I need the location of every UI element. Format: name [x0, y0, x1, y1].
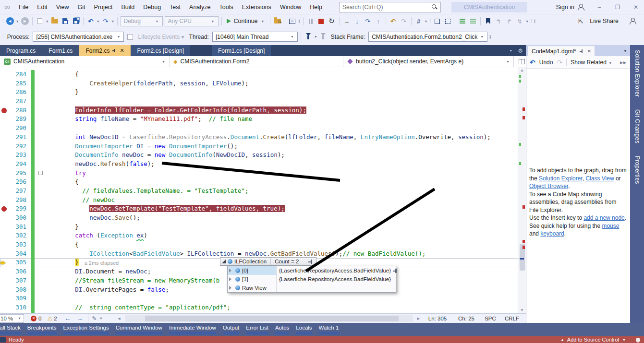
add-to-source-control-button[interactable]: Add to Source Control — [567, 337, 619, 343]
bottom-tab-breakpoints[interactable]: Breakpoints — [27, 325, 57, 334]
hscroll-right-icon[interactable]: ► — [415, 316, 422, 321]
code-map-link[interactable]: add a new node — [583, 214, 624, 221]
restart-button[interactable]: ↻ — [327, 16, 337, 26]
filter-threads-icon[interactable] — [303, 32, 314, 42]
menu-debug[interactable]: Debug — [139, 2, 165, 12]
bottom-tab-locals[interactable]: Locals — [296, 325, 312, 334]
hscroll-left-icon[interactable]: ◄ — [116, 316, 123, 321]
code-line-298[interactable]: 298 // newDoc — [0, 196, 526, 205]
code-line-295[interactable]: 295− try — [0, 169, 526, 178]
lifecycle-events-button[interactable]: Lifecycle Events ▾ — [135, 34, 186, 40]
step-over-button[interactable]: ↷ — [363, 16, 373, 26]
doc-tab-form1-cs[interactable]: Form1.cs — [42, 45, 79, 56]
fold-margin[interactable] — [35, 196, 46, 205]
side-tab-git-changes[interactable]: Git Changes — [634, 109, 641, 143]
brush-caret-icon[interactable]: ▼ — [99, 317, 103, 320]
diagnostics-lines-button[interactable] — [457, 16, 468, 26]
step-into-button[interactable]: ↓ — [352, 16, 363, 26]
menu-project[interactable]: Project — [90, 2, 117, 12]
bookmark-caret-icon[interactable]: ▼ — [525, 20, 529, 23]
doc-tab-form2-cs[interactable]: Form2.cs✕ — [79, 45, 130, 56]
save-all-button[interactable] — [71, 16, 81, 26]
line-ending-indicator[interactable]: CRLF — [501, 316, 523, 321]
code-map-overflow-icon[interactable]: ▸▸ — [620, 59, 627, 66]
breakpoint-margin[interactable] — [0, 258, 8, 267]
column-indicator[interactable]: Ch: 25 — [453, 316, 480, 321]
breakpoint-margin[interactable] — [0, 88, 8, 97]
menu-edit[interactable]: Edit — [33, 2, 52, 12]
diagnostics-lines2-button[interactable] — [468, 16, 478, 26]
breakpoint-margin[interactable] — [0, 213, 8, 223]
code-map-link[interactable]: mouse — [602, 223, 619, 229]
bottom-tab-command-window[interactable]: Command Window — [116, 325, 162, 334]
redo-caret-icon[interactable]: ▼ — [111, 20, 115, 23]
fold-margin[interactable] — [35, 142, 46, 151]
line-indicator[interactable]: Ln: 305 — [422, 316, 453, 321]
search-input[interactable] — [342, 4, 431, 11]
stop-debugging-button[interactable] — [316, 16, 327, 26]
menu-build[interactable]: Build — [117, 2, 139, 12]
tab-options-gear-icon[interactable]: ⚙ — [518, 47, 523, 54]
bookmark-button[interactable] — [483, 16, 493, 26]
open-file-button[interactable] — [49, 16, 60, 26]
breakpoint-margin[interactable] — [0, 177, 8, 187]
thread-select[interactable]: [10460] Main Thread▼ — [212, 32, 298, 42]
breakpoint-margin[interactable] — [0, 133, 8, 142]
debug-toolbar-drag-handle[interactable]: ⁞ — [428, 19, 432, 24]
bottom-tab-watch-1[interactable]: Watch 1 — [319, 325, 339, 334]
code-line-294[interactable]: 294 newDoc.Refresh(false); — [0, 160, 526, 169]
code-line-289[interactable]: 289 string fileName = "MYname1111.pdf"; … — [0, 115, 526, 124]
breakpoint-icon[interactable] — [1, 108, 7, 113]
breakpoint-margin[interactable] — [0, 223, 8, 232]
breakpoint-margin[interactable] — [0, 106, 8, 115]
breadcrumb-member-caret-icon[interactable]: ▼ — [500, 60, 510, 63]
fold-margin[interactable] — [35, 115, 46, 124]
home-window-button[interactable]: ⌂ — [287, 16, 298, 26]
scroll-down-icon[interactable]: ▼ — [518, 308, 526, 312]
redo-button[interactable]: ↷ — [100, 16, 111, 26]
toolbar-drag-handle[interactable]: ⁞ — [1, 19, 5, 24]
menu-tools[interactable]: Tools — [215, 2, 238, 12]
close-tab-icon[interactable]: ✕ — [120, 47, 124, 54]
breakpoint-margin[interactable] — [0, 276, 8, 285]
sign-in-button[interactable]: Sign in — [551, 4, 589, 11]
breadcrumb-project-caret-icon[interactable]: ▼ — [156, 60, 165, 63]
continue-button[interactable]: Continue ▼ — [224, 18, 268, 24]
collapse-region-icon[interactable]: − — [38, 171, 43, 175]
datatip-row[interactable]: Raw View — [228, 284, 396, 292]
toolbar-drag-handle-2[interactable]: ⁞ — [529, 19, 533, 24]
doc-tab-form2-cs-design-[interactable]: Form2.cs [Design] — [131, 45, 190, 56]
breadcrumb-member[interactable]: button2_Click(object sender, EventArgs e… — [343, 56, 514, 67]
side-tab-properties[interactable]: Properties — [634, 156, 641, 184]
stack-frame-select[interactable]: CMISAuthentication.Form2.button2_Click▼ — [368, 32, 487, 42]
close-tab-icon[interactable]: ✕ — [587, 48, 591, 54]
code-line-300[interactable]: 300 newDoc.Save(); — [0, 213, 526, 223]
fold-margin[interactable] — [35, 70, 46, 79]
breakpoint-margin[interactable] — [0, 294, 8, 303]
code-map-redo-button[interactable]: ↷ — [557, 59, 562, 66]
fold-margin[interactable] — [35, 276, 46, 285]
code-line-285[interactable]: 285 CreateHelper(folderPath, session, LF… — [0, 79, 526, 88]
bottom-tab-exception-settings[interactable]: Exception Settings — [63, 325, 109, 334]
expander-collapsed-icon[interactable] — [229, 286, 233, 290]
process-select[interactable]: [256] CMISAuthentication.exe▼ — [33, 32, 124, 42]
show-related-button[interactable]: Show Related ▼ — [571, 59, 612, 66]
horizontal-scrollbar-thumb[interactable] — [145, 316, 399, 321]
code-map-link[interactable]: Class View — [585, 175, 614, 182]
show-next-statement-button[interactable]: → — [341, 16, 352, 26]
code-map-link[interactable]: keyboard — [540, 230, 564, 237]
menu-test[interactable]: Test — [165, 2, 185, 12]
breakpoint-margin[interactable] — [0, 196, 8, 205]
debugbar-overflow-icon[interactable]: ▾▾ — [488, 35, 492, 39]
fold-margin[interactable] — [35, 249, 46, 259]
breakpoint-margin[interactable] — [0, 79, 8, 88]
fold-margin[interactable] — [35, 223, 46, 232]
breakpoint-margin[interactable] — [0, 160, 8, 169]
hex-display-toggle[interactable]: # — [413, 16, 424, 26]
fold-margin[interactable] — [35, 213, 46, 223]
breakpoint-margin[interactable] — [0, 231, 8, 240]
fold-margin[interactable] — [35, 240, 46, 249]
breakpoint-margin[interactable] — [0, 115, 8, 124]
solution-platform-select[interactable]: Any CPU▼ — [165, 16, 219, 26]
breakpoint-margin[interactable] — [0, 70, 8, 79]
